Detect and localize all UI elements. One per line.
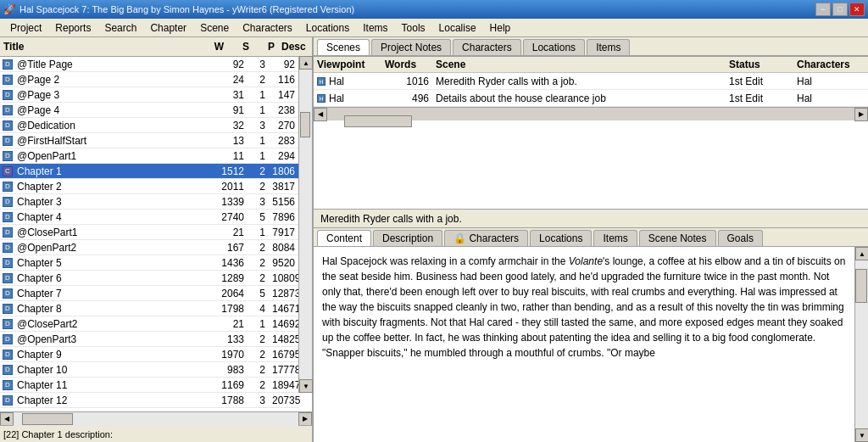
table-row[interactable]: D@ClosePart221114692: [0, 316, 298, 332]
row-title-text: Chapter 3: [15, 196, 214, 208]
doc-icon: D: [0, 379, 15, 390]
menu-item-tools[interactable]: Tools: [395, 20, 432, 36]
row-w-value: 1512: [214, 165, 248, 177]
row-p-value: 3817: [269, 181, 298, 193]
scene-horiz-scrollbar[interactable]: ◀ ▶: [314, 107, 868, 120]
table-row[interactable]: DChapter 4274057896: [0, 210, 298, 225]
restore-button[interactable]: □: [832, 3, 848, 16]
table-row[interactable]: D@OpenPart216728084: [0, 240, 298, 255]
table-row[interactable]: D@Page 3311147: [0, 87, 298, 103]
row-w-value: 11: [214, 150, 248, 162]
row-s-value: 2: [248, 181, 269, 193]
scene-row[interactable]: H Hal496Details about the house clearanc…: [314, 90, 868, 107]
content-tab-content[interactable]: Content: [317, 230, 371, 246]
row-p-value: 1806: [269, 165, 298, 177]
table-row[interactable]: D@Dedication323270: [0, 118, 298, 133]
table-row[interactable]: DChapter 10983217778: [0, 362, 298, 378]
menu-item-help[interactable]: Help: [483, 20, 518, 36]
table-row[interactable]: D@Title Page92392: [0, 57, 298, 72]
scene-scroll-right[interactable]: ▶: [854, 108, 868, 121]
table-row[interactable]: D@OpenPart3133214825: [0, 332, 298, 347]
col-chars-header: Characters: [797, 59, 865, 70]
row-w-value: 92: [214, 59, 248, 70]
tab-scenes[interactable]: Scenes: [317, 39, 370, 55]
row-s-value: 2: [248, 242, 269, 254]
table-row[interactable]: DChapter 121788320735: [0, 393, 298, 408]
row-w-value: 32: [214, 120, 248, 131]
row-w-value: 13: [214, 135, 248, 147]
table-row[interactable]: DChapter 91970216795: [0, 347, 298, 362]
row-w-value: 1788: [214, 394, 248, 406]
row-s-value: 2: [248, 257, 269, 269]
tab-items[interactable]: Items: [587, 39, 630, 55]
table-row[interactable]: D@OpenPart1111294: [0, 148, 298, 164]
row-title-text: Chapter 9: [15, 349, 214, 361]
row-w-value: 167: [214, 242, 248, 254]
table-row[interactable]: D@FirstHalfStart131283: [0, 133, 298, 148]
menu-item-reports[interactable]: Reports: [48, 20, 97, 36]
row-w-value: 2011: [214, 181, 248, 193]
scroll-up-btn[interactable]: ▲: [299, 56, 313, 70]
row-w-value: 1436: [214, 257, 248, 269]
row-p-value: 14692: [269, 318, 298, 330]
col-scene-header: Scene: [436, 59, 729, 70]
scene-row[interactable]: H Hal1016Meredith Ryder calls with a job…: [314, 73, 868, 90]
doc-icon: D: [0, 196, 15, 207]
row-p-value: 18947: [269, 379, 298, 391]
menu-item-localise[interactable]: Localise: [432, 20, 483, 36]
table-row[interactable]: DChapter 2201123817: [0, 179, 298, 194]
scroll-down-btn[interactable]: ▼: [299, 379, 313, 393]
row-p-value: 7896: [269, 211, 298, 223]
scroll-right-btn[interactable]: ▶: [298, 412, 312, 426]
content-tab----characters[interactable]: 🔒 Characters: [444, 230, 528, 246]
menu-item-items[interactable]: Items: [356, 20, 394, 36]
text-vert-scrollbar[interactable]: ▲ ▼: [854, 247, 868, 442]
menu-item-search[interactable]: Search: [97, 20, 143, 36]
row-p-value: 8084: [269, 242, 298, 254]
tab-characters[interactable]: Characters: [453, 39, 521, 55]
scroll-left-btn[interactable]: ◀: [0, 412, 14, 426]
scene-characters: Hal: [797, 92, 865, 104]
row-title-text: @OpenPart3: [15, 333, 214, 345]
row-s-value: 1: [248, 318, 269, 330]
content-tab-scene-notes[interactable]: Scene Notes: [639, 230, 716, 246]
top-tabs: ScenesProject NotesCharactersLocationsIt…: [314, 37, 868, 57]
table-row[interactable]: DChapter 61289210809: [0, 271, 298, 286]
minimize-button[interactable]: −: [815, 3, 831, 16]
row-title-text: @OpenPart2: [15, 242, 214, 254]
table-row[interactable]: DChapter 81798414671: [0, 301, 298, 316]
content-tab-locations[interactable]: Locations: [530, 230, 592, 246]
content-tab-items[interactable]: Items: [593, 230, 637, 246]
content-tab-description[interactable]: Description: [373, 230, 442, 246]
row-p-value: 5156: [269, 196, 298, 208]
text-scroll-up[interactable]: ▲: [855, 247, 868, 260]
table-row[interactable]: DChapter 72064512873: [0, 286, 298, 301]
tab-project-notes[interactable]: Project Notes: [371, 39, 451, 55]
menu-item-project[interactable]: Project: [3, 20, 48, 36]
close-button[interactable]: ✕: [849, 3, 865, 16]
scene-scroll-left[interactable]: ◀: [314, 108, 327, 121]
row-title-text: @ClosePart1: [15, 227, 214, 238]
left-vert-scrollbar[interactable]: ▲ ▼: [298, 56, 312, 393]
table-row[interactable]: D@Page 2242116: [0, 72, 298, 87]
menu-item-characters[interactable]: Characters: [236, 20, 299, 36]
tab-locations[interactable]: Locations: [523, 39, 585, 55]
table-row[interactable]: DChapter 111169218947: [0, 378, 298, 393]
content-tab-goals[interactable]: Goals: [718, 230, 763, 246]
table-row[interactable]: D@ClosePart12117917: [0, 225, 298, 240]
table-row[interactable]: DChapter 3133935156: [0, 194, 298, 210]
doc-icon: D: [0, 59, 15, 70]
left-horiz-scrollbar[interactable]: ◀ ▶: [0, 411, 312, 425]
doc-icon: D: [0, 333, 15, 344]
menu-item-scene[interactable]: Scene: [193, 20, 236, 36]
table-row[interactable]: CChapter 1151221806: [0, 164, 298, 179]
doc-icon: D: [0, 150, 15, 161]
menu-item-locations[interactable]: Locations: [299, 20, 356, 36]
menu-item-chapter[interactable]: Chapter: [143, 20, 193, 36]
doc-icon: D: [0, 104, 15, 115]
table-row[interactable]: D@Page 4911238: [0, 103, 298, 118]
row-p-value: 238: [269, 104, 298, 116]
menu-bar: ProjectReportsSearchChapterSceneCharacte…: [0, 19, 868, 37]
table-row[interactable]: DChapter 5143629520: [0, 255, 298, 271]
text-scroll-down[interactable]: ▼: [855, 428, 868, 442]
